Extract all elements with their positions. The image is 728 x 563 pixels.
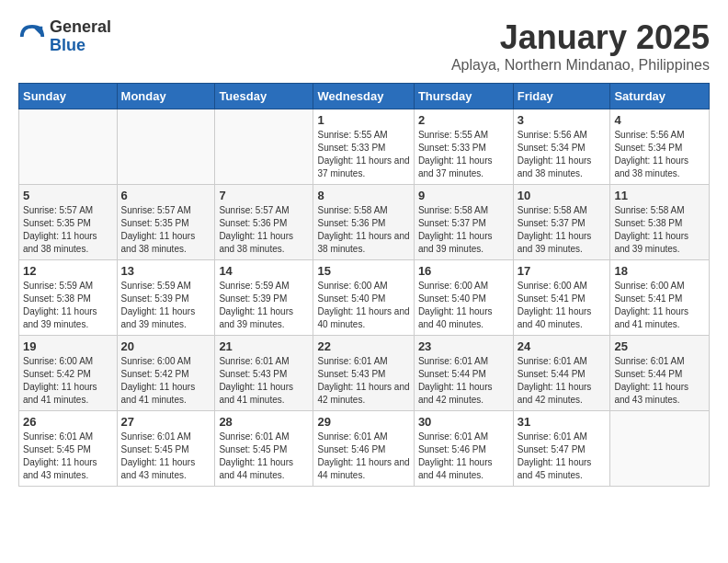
calendar-cell: 10Sunrise: 5:58 AM Sunset: 5:37 PM Dayli… [513,185,610,260]
calendar-cell: 2Sunrise: 5:55 AM Sunset: 5:33 PM Daylig… [414,109,513,185]
calendar-cell: 18Sunrise: 6:00 AM Sunset: 5:41 PM Dayli… [610,260,710,336]
day-number: 9 [418,189,509,202]
calendar-cell: 3Sunrise: 5:56 AM Sunset: 5:34 PM Daylig… [513,109,610,185]
calendar-cell [215,109,313,185]
day-info: Sunrise: 5:56 AM Sunset: 5:34 PM Dayligh… [518,129,607,180]
day-info: Sunrise: 6:00 AM Sunset: 5:42 PM Dayligh… [121,355,211,407]
title-block: January 2025 Aplaya, Northern Mindanao, … [451,18,710,74]
calendar-cell: 26Sunrise: 6:01 AM Sunset: 5:45 PM Dayli… [19,411,118,487]
day-number: 3 [518,113,607,127]
day-info: Sunrise: 6:00 AM Sunset: 5:40 PM Dayligh… [317,280,409,331]
calendar-cell: 29Sunrise: 6:01 AM Sunset: 5:46 PM Dayli… [313,411,414,487]
day-number: 24 [518,339,607,353]
day-number: 29 [317,415,409,429]
day-info: Sunrise: 5:58 AM Sunset: 5:38 PM Dayligh… [614,204,705,256]
day-number: 7 [219,189,309,202]
calendar-cell: 5Sunrise: 5:57 AM Sunset: 5:35 PM Daylig… [19,185,118,260]
calendar-cell: 25Sunrise: 6:01 AM Sunset: 5:44 PM Dayli… [610,336,710,411]
calendar-week-row: 26Sunrise: 6:01 AM Sunset: 5:45 PM Dayli… [19,411,710,487]
day-info: Sunrise: 6:01 AM Sunset: 5:44 PM Dayligh… [614,355,705,407]
day-number: 11 [614,189,705,202]
day-number: 25 [614,339,705,353]
calendar-cell [19,109,118,185]
day-number: 23 [418,339,509,353]
month-title: January 2025 [451,18,710,57]
day-header-monday: Monday [117,84,215,109]
day-info: Sunrise: 5:59 AM Sunset: 5:38 PM Dayligh… [23,280,113,331]
day-info: Sunrise: 5:57 AM Sunset: 5:35 PM Dayligh… [23,204,113,256]
day-info: Sunrise: 6:00 AM Sunset: 5:40 PM Dayligh… [418,280,509,331]
calendar-cell: 27Sunrise: 6:01 AM Sunset: 5:45 PM Dayli… [117,411,215,487]
calendar-cell: 7Sunrise: 5:57 AM Sunset: 5:36 PM Daylig… [215,185,313,260]
day-info: Sunrise: 5:59 AM Sunset: 5:39 PM Dayligh… [121,280,211,331]
logo-blue-text: Blue [50,37,111,55]
day-info: Sunrise: 6:01 AM Sunset: 5:45 PM Dayligh… [23,431,113,482]
calendar-cell: 28Sunrise: 6:01 AM Sunset: 5:45 PM Dayli… [215,411,313,487]
day-number: 5 [23,189,113,202]
calendar-week-row: 1Sunrise: 5:55 AM Sunset: 5:33 PM Daylig… [19,109,710,185]
calendar-cell: 16Sunrise: 6:00 AM Sunset: 5:40 PM Dayli… [414,260,513,336]
day-number: 28 [219,415,309,429]
day-info: Sunrise: 5:58 AM Sunset: 5:37 PM Dayligh… [418,204,509,256]
calendar-cell: 12Sunrise: 5:59 AM Sunset: 5:38 PM Dayli… [19,260,118,336]
day-info: Sunrise: 5:57 AM Sunset: 5:35 PM Dayligh… [121,204,211,256]
day-info: Sunrise: 5:55 AM Sunset: 5:33 PM Dayligh… [418,129,509,180]
day-number: 15 [317,264,409,278]
calendar-cell: 23Sunrise: 6:01 AM Sunset: 5:44 PM Dayli… [414,336,513,411]
day-number: 19 [23,339,113,353]
day-number: 21 [219,339,309,353]
calendar-cell: 4Sunrise: 5:56 AM Sunset: 5:34 PM Daylig… [610,109,710,185]
calendar-cell [610,411,710,487]
day-number: 30 [418,415,509,429]
day-number: 4 [614,113,705,127]
calendar-cell: 17Sunrise: 6:00 AM Sunset: 5:41 PM Dayli… [513,260,610,336]
calendar-cell: 1Sunrise: 5:55 AM Sunset: 5:33 PM Daylig… [313,109,414,185]
day-header-tuesday: Tuesday [215,84,313,109]
day-info: Sunrise: 6:00 AM Sunset: 5:42 PM Dayligh… [23,355,113,407]
calendar-cell: 22Sunrise: 6:01 AM Sunset: 5:43 PM Dayli… [313,336,414,411]
day-header-friday: Friday [513,84,610,109]
day-info: Sunrise: 5:58 AM Sunset: 5:36 PM Dayligh… [317,204,409,256]
day-number: 10 [518,189,607,202]
location-title: Aplaya, Northern Mindanao, Philippines [451,57,710,74]
calendar-cell: 11Sunrise: 5:58 AM Sunset: 5:38 PM Dayli… [610,185,710,260]
day-number: 2 [418,113,509,127]
day-info: Sunrise: 6:01 AM Sunset: 5:47 PM Dayligh… [518,431,607,482]
calendar-body: 1Sunrise: 5:55 AM Sunset: 5:33 PM Daylig… [19,109,710,487]
day-number: 12 [23,264,113,278]
day-info: Sunrise: 5:56 AM Sunset: 5:34 PM Dayligh… [614,129,705,180]
day-header-saturday: Saturday [610,84,710,109]
calendar-cell: 9Sunrise: 5:58 AM Sunset: 5:37 PM Daylig… [414,185,513,260]
calendar-cell: 8Sunrise: 5:58 AM Sunset: 5:36 PM Daylig… [313,185,414,260]
day-info: Sunrise: 5:58 AM Sunset: 5:37 PM Dayligh… [518,204,607,256]
day-number: 20 [121,339,211,353]
page-header: General Blue January 2025 Aplaya, Northe… [18,18,710,74]
calendar-cell: 6Sunrise: 5:57 AM Sunset: 5:35 PM Daylig… [117,185,215,260]
day-info: Sunrise: 5:57 AM Sunset: 5:36 PM Dayligh… [219,204,309,256]
day-info: Sunrise: 6:00 AM Sunset: 5:41 PM Dayligh… [614,280,705,331]
calendar-table: SundayMondayTuesdayWednesdayThursdayFrid… [18,83,710,487]
logo-icon [18,23,46,51]
day-number: 16 [418,264,509,278]
calendar-week-row: 5Sunrise: 5:57 AM Sunset: 5:35 PM Daylig… [19,185,710,260]
day-number: 17 [518,264,607,278]
day-number: 31 [518,415,607,429]
day-header-wednesday: Wednesday [313,84,414,109]
day-number: 8 [317,189,409,202]
day-info: Sunrise: 6:01 AM Sunset: 5:46 PM Dayligh… [317,431,409,482]
calendar-cell: 14Sunrise: 5:59 AM Sunset: 5:39 PM Dayli… [215,260,313,336]
day-info: Sunrise: 6:01 AM Sunset: 5:44 PM Dayligh… [518,355,607,407]
day-number: 14 [219,264,309,278]
day-info: Sunrise: 6:01 AM Sunset: 5:46 PM Dayligh… [418,431,509,482]
calendar-cell: 24Sunrise: 6:01 AM Sunset: 5:44 PM Dayli… [513,336,610,411]
calendar-cell: 13Sunrise: 5:59 AM Sunset: 5:39 PM Dayli… [117,260,215,336]
day-number: 22 [317,339,409,353]
day-header-sunday: Sunday [19,84,118,109]
day-number: 18 [614,264,705,278]
day-info: Sunrise: 6:01 AM Sunset: 5:43 PM Dayligh… [317,355,409,407]
day-info: Sunrise: 6:01 AM Sunset: 5:45 PM Dayligh… [219,431,309,482]
day-info: Sunrise: 6:00 AM Sunset: 5:41 PM Dayligh… [518,280,607,331]
calendar-cell: 15Sunrise: 6:00 AM Sunset: 5:40 PM Dayli… [313,260,414,336]
day-number: 6 [121,189,211,202]
day-number: 26 [23,415,113,429]
